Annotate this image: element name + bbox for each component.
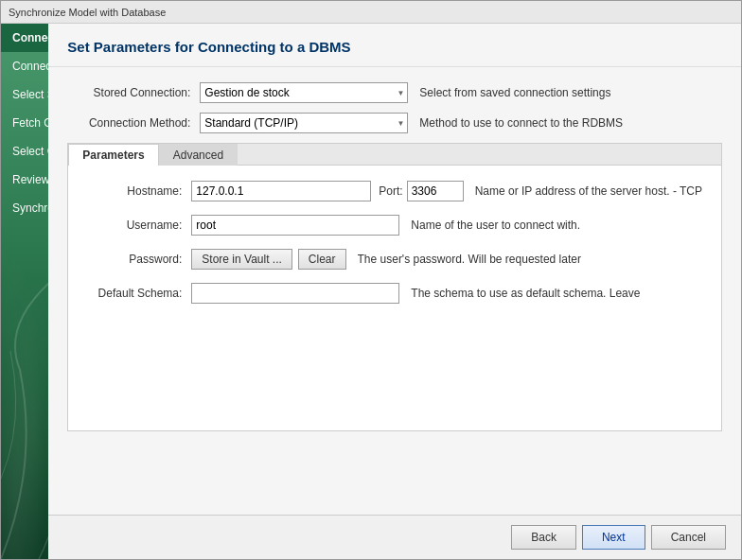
username-row: Username: Name of the user to connect wi… bbox=[87, 215, 702, 236]
port-input[interactable] bbox=[407, 181, 464, 201]
tab-advanced[interactable]: Advanced bbox=[159, 144, 238, 166]
title-bar: Synchronize Model with Database bbox=[1, 1, 741, 24]
connection-method-row: Connection Method: Standard (TCP/IP) Met… bbox=[67, 113, 722, 133]
hostname-row: Hostname: Port: Name or IP address of th… bbox=[87, 181, 702, 201]
next-button[interactable]: Next bbox=[582, 525, 645, 550]
footer: Back Next Cancel bbox=[48, 515, 741, 559]
stored-connection-select-wrapper: Gestion de stock bbox=[200, 82, 408, 103]
default-schema-row: Default Schema: The schema to use as def… bbox=[87, 283, 702, 304]
default-schema-label: Default Schema: bbox=[87, 287, 191, 300]
stored-connection-row: Stored Connection: Gestion de stock Sele… bbox=[67, 82, 722, 103]
page-header: Set Parameters for Connecting to a DBMS bbox=[48, 24, 741, 67]
port-label: Port: bbox=[379, 184, 402, 198]
sidebar: Connection Options Connect to DBMS Selec… bbox=[1, 24, 48, 559]
back-button[interactable]: Back bbox=[511, 525, 576, 550]
sidebar-item-synchronize-progress[interactable]: Synchronize Progress bbox=[1, 194, 48, 222]
tab-header: Parameters Advanced bbox=[68, 144, 721, 166]
password-label: Password: bbox=[87, 253, 191, 266]
connection-method-select-wrapper: Standard (TCP/IP) bbox=[200, 113, 408, 133]
username-label: Username: bbox=[87, 219, 191, 232]
sidebar-item-connection-options[interactable]: Connection Options bbox=[1, 24, 48, 52]
stored-connection-group: Gestion de stock Select from saved conne… bbox=[200, 82, 722, 103]
default-schema-hint: The schema to use as default schema. Lea… bbox=[411, 287, 640, 300]
username-hint: Name of the user to connect with. bbox=[411, 219, 580, 232]
tab-content-parameters: Hostname: Port: Name or IP address of th… bbox=[68, 166, 721, 430]
connection-method-group: Standard (TCP/IP) Method to use to conne… bbox=[200, 113, 722, 133]
connection-method-select[interactable]: Standard (TCP/IP) bbox=[200, 113, 408, 133]
content-area: Connection Options Connect to DBMS Selec… bbox=[1, 24, 741, 559]
form-area: Stored Connection: Gestion de stock Sele… bbox=[48, 67, 741, 515]
connection-method-label: Connection Method: bbox=[67, 116, 200, 130]
store-in-vault-button[interactable]: Store in Vault ... bbox=[191, 249, 292, 270]
stored-connection-select[interactable]: Gestion de stock bbox=[200, 82, 408, 103]
sidebar-item-fetch-object-info[interactable]: Fetch Object Info bbox=[1, 109, 48, 137]
password-hint: The user's password. Will be requested l… bbox=[358, 253, 581, 266]
username-input[interactable] bbox=[191, 215, 399, 236]
default-schema-input[interactable] bbox=[191, 283, 399, 304]
stored-connection-label: Stored Connection: bbox=[67, 86, 200, 99]
sidebar-item-select-changes[interactable]: Select Changes to Apply bbox=[1, 137, 48, 166]
clear-password-button[interactable]: Clear bbox=[298, 249, 346, 270]
tab-parameters[interactable]: Parameters bbox=[68, 144, 158, 166]
main-panel: Set Parameters for Connecting to a DBMS … bbox=[48, 24, 741, 559]
sidebar-item-review-db-changes[interactable]: Review DB Changes bbox=[1, 166, 48, 194]
sidebar-item-connect-to-dbms[interactable]: Connect to DBMS bbox=[1, 52, 48, 80]
hostname-label: Hostname: bbox=[87, 184, 191, 198]
sidebar-item-select-schemata[interactable]: Select Schemata bbox=[1, 80, 48, 109]
hostname-hint: Name or IP address of the server host. -… bbox=[475, 184, 702, 198]
password-row: Password: Store in Vault ... Clear The u… bbox=[87, 249, 702, 270]
page-title: Set Parameters for Connecting to a DBMS bbox=[67, 39, 722, 55]
stored-connection-hint: Select from saved connection settings bbox=[419, 86, 722, 99]
hostname-input[interactable] bbox=[191, 181, 371, 201]
window-title: Synchronize Model with Database bbox=[9, 7, 166, 18]
cancel-button[interactable]: Cancel bbox=[651, 525, 726, 550]
tab-container: Parameters Advanced Hostname: Port: bbox=[67, 143, 722, 431]
connection-method-hint: Method to use to connect to the RDBMS bbox=[419, 116, 722, 130]
main-window: Synchronize Model with Database Connecti… bbox=[0, 0, 742, 560]
